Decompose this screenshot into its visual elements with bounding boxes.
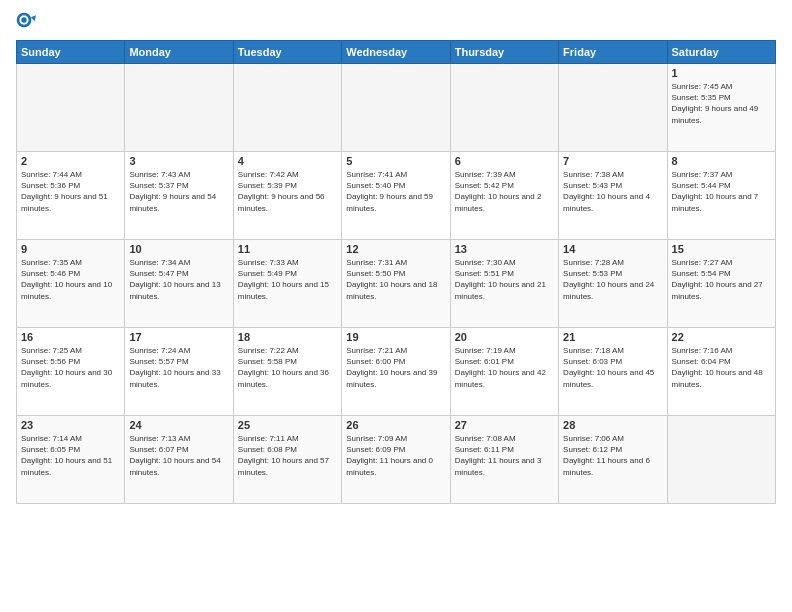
day-info: Sunrise: 7:09 AM Sunset: 6:09 PM Dayligh… <box>346 433 445 478</box>
calendar-cell: 22Sunrise: 7:16 AM Sunset: 6:04 PM Dayli… <box>667 328 775 416</box>
calendar-cell: 25Sunrise: 7:11 AM Sunset: 6:08 PM Dayli… <box>233 416 341 504</box>
calendar-cell: 15Sunrise: 7:27 AM Sunset: 5:54 PM Dayli… <box>667 240 775 328</box>
logo <box>16 12 40 32</box>
day-info: Sunrise: 7:43 AM Sunset: 5:37 PM Dayligh… <box>129 169 228 214</box>
weekday-header-friday: Friday <box>559 41 667 64</box>
day-info: Sunrise: 7:06 AM Sunset: 6:12 PM Dayligh… <box>563 433 662 478</box>
day-number: 8 <box>672 155 771 167</box>
day-number: 14 <box>563 243 662 255</box>
calendar-cell: 18Sunrise: 7:22 AM Sunset: 5:58 PM Dayli… <box>233 328 341 416</box>
day-info: Sunrise: 7:38 AM Sunset: 5:43 PM Dayligh… <box>563 169 662 214</box>
day-info: Sunrise: 7:39 AM Sunset: 5:42 PM Dayligh… <box>455 169 554 214</box>
day-info: Sunrise: 7:14 AM Sunset: 6:05 PM Dayligh… <box>21 433 120 478</box>
calendar-cell: 13Sunrise: 7:30 AM Sunset: 5:51 PM Dayli… <box>450 240 558 328</box>
svg-point-2 <box>21 17 26 22</box>
calendar-cell: 26Sunrise: 7:09 AM Sunset: 6:09 PM Dayli… <box>342 416 450 504</box>
day-info: Sunrise: 7:19 AM Sunset: 6:01 PM Dayligh… <box>455 345 554 390</box>
day-number: 26 <box>346 419 445 431</box>
weekday-header-tuesday: Tuesday <box>233 41 341 64</box>
calendar-cell: 20Sunrise: 7:19 AM Sunset: 6:01 PM Dayli… <box>450 328 558 416</box>
calendar-cell <box>233 64 341 152</box>
day-number: 15 <box>672 243 771 255</box>
weekday-header-wednesday: Wednesday <box>342 41 450 64</box>
day-number: 3 <box>129 155 228 167</box>
calendar-week-1: 1Sunrise: 7:45 AM Sunset: 5:35 PM Daylig… <box>17 64 776 152</box>
calendar-cell <box>667 416 775 504</box>
calendar-week-5: 23Sunrise: 7:14 AM Sunset: 6:05 PM Dayli… <box>17 416 776 504</box>
weekday-header-row: SundayMondayTuesdayWednesdayThursdayFrid… <box>17 41 776 64</box>
calendar-week-4: 16Sunrise: 7:25 AM Sunset: 5:56 PM Dayli… <box>17 328 776 416</box>
calendar-cell: 21Sunrise: 7:18 AM Sunset: 6:03 PM Dayli… <box>559 328 667 416</box>
day-info: Sunrise: 7:44 AM Sunset: 5:36 PM Dayligh… <box>21 169 120 214</box>
day-info: Sunrise: 7:35 AM Sunset: 5:46 PM Dayligh… <box>21 257 120 302</box>
calendar-week-3: 9Sunrise: 7:35 AM Sunset: 5:46 PM Daylig… <box>17 240 776 328</box>
calendar-cell: 10Sunrise: 7:34 AM Sunset: 5:47 PM Dayli… <box>125 240 233 328</box>
day-number: 27 <box>455 419 554 431</box>
day-number: 9 <box>21 243 120 255</box>
day-info: Sunrise: 7:30 AM Sunset: 5:51 PM Dayligh… <box>455 257 554 302</box>
calendar-cell: 23Sunrise: 7:14 AM Sunset: 6:05 PM Dayli… <box>17 416 125 504</box>
day-number: 11 <box>238 243 337 255</box>
day-number: 21 <box>563 331 662 343</box>
calendar-cell: 1Sunrise: 7:45 AM Sunset: 5:35 PM Daylig… <box>667 64 775 152</box>
calendar-cell <box>450 64 558 152</box>
day-number: 1 <box>672 67 771 79</box>
weekday-header-thursday: Thursday <box>450 41 558 64</box>
day-info: Sunrise: 7:37 AM Sunset: 5:44 PM Dayligh… <box>672 169 771 214</box>
day-info: Sunrise: 7:11 AM Sunset: 6:08 PM Dayligh… <box>238 433 337 478</box>
day-info: Sunrise: 7:24 AM Sunset: 5:57 PM Dayligh… <box>129 345 228 390</box>
day-number: 18 <box>238 331 337 343</box>
header <box>16 12 776 32</box>
calendar-cell: 16Sunrise: 7:25 AM Sunset: 5:56 PM Dayli… <box>17 328 125 416</box>
day-number: 22 <box>672 331 771 343</box>
day-number: 28 <box>563 419 662 431</box>
calendar-cell: 27Sunrise: 7:08 AM Sunset: 6:11 PM Dayli… <box>450 416 558 504</box>
day-info: Sunrise: 7:18 AM Sunset: 6:03 PM Dayligh… <box>563 345 662 390</box>
calendar-cell <box>559 64 667 152</box>
day-number: 16 <box>21 331 120 343</box>
day-number: 2 <box>21 155 120 167</box>
day-info: Sunrise: 7:22 AM Sunset: 5:58 PM Dayligh… <box>238 345 337 390</box>
calendar-cell: 17Sunrise: 7:24 AM Sunset: 5:57 PM Dayli… <box>125 328 233 416</box>
day-info: Sunrise: 7:42 AM Sunset: 5:39 PM Dayligh… <box>238 169 337 214</box>
day-info: Sunrise: 7:25 AM Sunset: 5:56 PM Dayligh… <box>21 345 120 390</box>
calendar-cell: 14Sunrise: 7:28 AM Sunset: 5:53 PM Dayli… <box>559 240 667 328</box>
weekday-header-sunday: Sunday <box>17 41 125 64</box>
calendar-week-2: 2Sunrise: 7:44 AM Sunset: 5:36 PM Daylig… <box>17 152 776 240</box>
day-info: Sunrise: 7:08 AM Sunset: 6:11 PM Dayligh… <box>455 433 554 478</box>
calendar-cell: 4Sunrise: 7:42 AM Sunset: 5:39 PM Daylig… <box>233 152 341 240</box>
day-info: Sunrise: 7:13 AM Sunset: 6:07 PM Dayligh… <box>129 433 228 478</box>
day-number: 10 <box>129 243 228 255</box>
calendar-cell: 3Sunrise: 7:43 AM Sunset: 5:37 PM Daylig… <box>125 152 233 240</box>
day-info: Sunrise: 7:41 AM Sunset: 5:40 PM Dayligh… <box>346 169 445 214</box>
calendar-cell: 11Sunrise: 7:33 AM Sunset: 5:49 PM Dayli… <box>233 240 341 328</box>
day-info: Sunrise: 7:33 AM Sunset: 5:49 PM Dayligh… <box>238 257 337 302</box>
day-number: 5 <box>346 155 445 167</box>
day-number: 24 <box>129 419 228 431</box>
day-number: 25 <box>238 419 337 431</box>
calendar-cell: 24Sunrise: 7:13 AM Sunset: 6:07 PM Dayli… <box>125 416 233 504</box>
day-info: Sunrise: 7:45 AM Sunset: 5:35 PM Dayligh… <box>672 81 771 126</box>
day-number: 6 <box>455 155 554 167</box>
calendar-cell <box>342 64 450 152</box>
day-info: Sunrise: 7:28 AM Sunset: 5:53 PM Dayligh… <box>563 257 662 302</box>
calendar-cell: 5Sunrise: 7:41 AM Sunset: 5:40 PM Daylig… <box>342 152 450 240</box>
day-info: Sunrise: 7:34 AM Sunset: 5:47 PM Dayligh… <box>129 257 228 302</box>
calendar-cell: 6Sunrise: 7:39 AM Sunset: 5:42 PM Daylig… <box>450 152 558 240</box>
day-number: 13 <box>455 243 554 255</box>
calendar-cell: 2Sunrise: 7:44 AM Sunset: 5:36 PM Daylig… <box>17 152 125 240</box>
svg-marker-3 <box>31 15 36 21</box>
day-number: 20 <box>455 331 554 343</box>
day-info: Sunrise: 7:27 AM Sunset: 5:54 PM Dayligh… <box>672 257 771 302</box>
day-number: 7 <box>563 155 662 167</box>
day-number: 4 <box>238 155 337 167</box>
day-number: 23 <box>21 419 120 431</box>
day-info: Sunrise: 7:16 AM Sunset: 6:04 PM Dayligh… <box>672 345 771 390</box>
logo-icon <box>16 12 36 32</box>
day-info: Sunrise: 7:31 AM Sunset: 5:50 PM Dayligh… <box>346 257 445 302</box>
day-number: 17 <box>129 331 228 343</box>
calendar-cell <box>125 64 233 152</box>
page: SundayMondayTuesdayWednesdayThursdayFrid… <box>0 0 792 612</box>
day-number: 19 <box>346 331 445 343</box>
day-number: 12 <box>346 243 445 255</box>
